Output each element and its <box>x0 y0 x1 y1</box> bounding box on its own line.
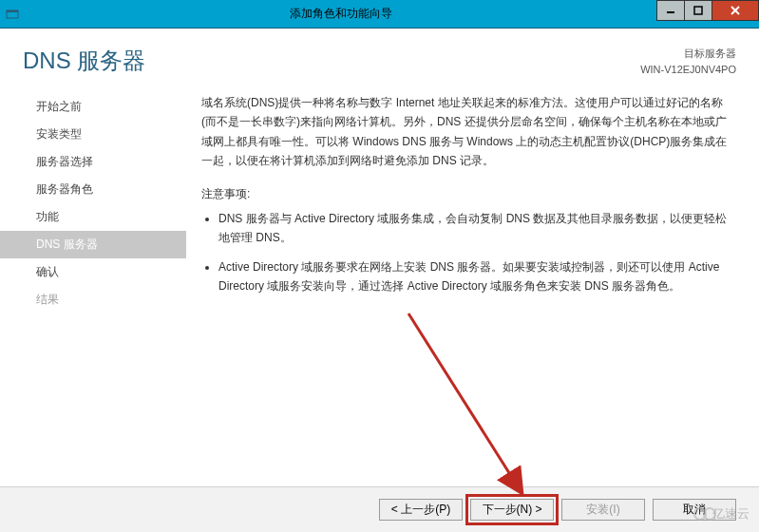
sidebar-item-before-begin[interactable]: 开始之前 <box>0 93 186 121</box>
next-button[interactable]: 下一步(N) > <box>470 499 554 521</box>
watermark-text: 亿速云 <box>712 505 750 522</box>
minimize-button[interactable] <box>656 0 685 21</box>
note-item: Active Directory 域服务要求在网络上安装 DNS 服务器。如果要… <box>218 257 734 296</box>
previous-button[interactable]: < 上一步(P) <box>379 499 463 521</box>
content-area: 开始之前 安装类型 服务器选择 服务器角色 功能 DNS 服务器 确认 结果 域… <box>0 86 759 486</box>
sidebar-item-install-type[interactable]: 安装类型 <box>0 121 186 148</box>
sidebar-item-dns-server[interactable]: DNS 服务器 <box>0 231 186 258</box>
footer: < 上一步(P) 下一步(N) > 安装(I) 取消 <box>0 486 759 532</box>
sidebar: 开始之前 安装类型 服务器选择 服务器角色 功能 DNS 服务器 确认 结果 <box>0 86 186 486</box>
window-title: 添加角色和功能向导 <box>25 6 657 22</box>
close-button[interactable] <box>712 0 759 21</box>
sidebar-item-server-selection[interactable]: 服务器选择 <box>0 148 186 176</box>
target-server-label: 目标服务器 <box>640 46 736 62</box>
watermark: 亿速云 <box>693 505 750 522</box>
note-item: DNS 服务器与 Active Directory 域服务集成，会自动复制 DN… <box>218 209 734 248</box>
header: DNS 服务器 目标服务器 WIN-V12EJ0NV4PO <box>0 28 759 85</box>
maximize-button[interactable] <box>684 0 712 21</box>
notes-list: DNS 服务器与 Active Directory 域服务集成，会自动复制 DN… <box>201 209 734 296</box>
titlebar: 添加角色和功能向导 <box>0 0 759 28</box>
app-icon <box>0 0 25 28</box>
main-panel: 域名系统(DNS)提供一种将名称与数字 Internet 地址关联起来的标准方法… <box>186 86 759 486</box>
svg-rect-1 <box>7 10 18 12</box>
intro-text: 域名系统(DNS)提供一种将名称与数字 Internet 地址关联起来的标准方法… <box>201 93 734 171</box>
window-controls <box>657 0 759 21</box>
svg-rect-3 <box>694 7 702 14</box>
target-server-block: 目标服务器 WIN-V12EJ0NV4PO <box>640 46 736 77</box>
install-button: 安装(I) <box>561 499 645 521</box>
page-title: DNS 服务器 <box>23 46 640 76</box>
sidebar-item-confirmation[interactable]: 确认 <box>0 258 186 286</box>
sidebar-item-server-roles[interactable]: 服务器角色 <box>0 176 186 203</box>
sidebar-item-results: 结果 <box>0 286 186 314</box>
notes-title: 注意事项: <box>201 184 734 203</box>
target-server-value: WIN-V12EJ0NV4PO <box>640 62 736 78</box>
sidebar-item-features[interactable]: 功能 <box>0 203 186 231</box>
